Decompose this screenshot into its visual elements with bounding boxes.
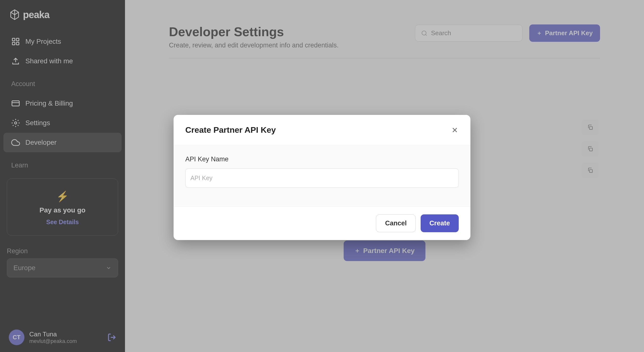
modal-overlay[interactable]: Create Partner API Key API Key Name Canc… [0, 0, 644, 352]
create-api-key-modal: Create Partner API Key API Key Name Canc… [174, 115, 470, 240]
modal-header: Create Partner API Key [174, 115, 470, 145]
cancel-button[interactable]: Cancel [376, 214, 416, 232]
api-key-name-label: API Key Name [185, 155, 459, 163]
create-button[interactable]: Create [421, 214, 459, 232]
modal-body: API Key Name [174, 145, 470, 207]
modal-footer: Cancel Create [174, 207, 470, 240]
modal-title: Create Partner API Key [185, 125, 276, 135]
close-icon[interactable] [451, 126, 459, 134]
api-key-name-input[interactable] [185, 168, 459, 188]
